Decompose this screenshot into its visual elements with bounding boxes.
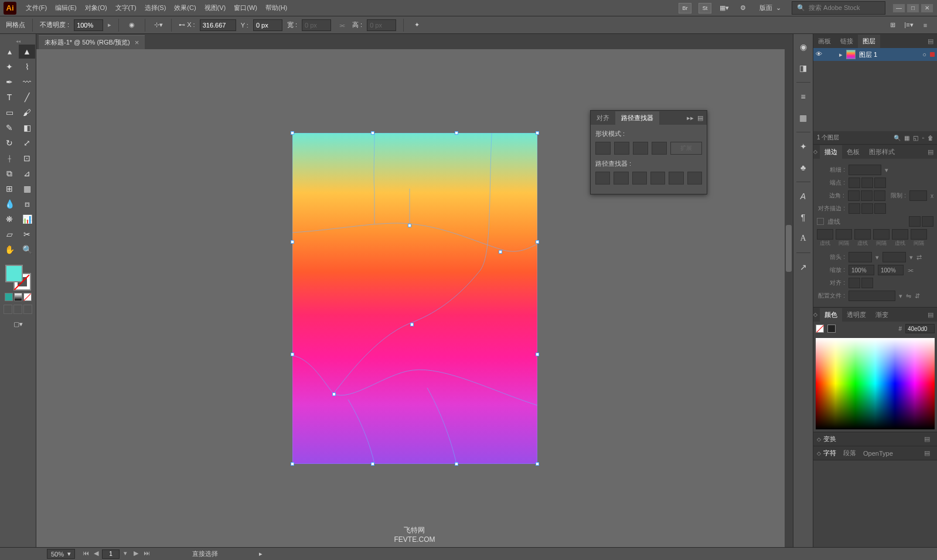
- next-page-button[interactable]: ▶: [131, 549, 141, 559]
- dash-input[interactable]: [854, 229, 871, 240]
- trim-button[interactable]: [614, 172, 628, 185]
- unite-button[interactable]: [595, 142, 611, 155]
- zoom-tool[interactable]: 🔍: [19, 243, 35, 257]
- toolbox-grip[interactable]: ◂◂: [0, 39, 36, 43]
- locate-icon[interactable]: 🔍: [894, 135, 901, 141]
- layer-row[interactable]: 👁 ▸ 图层 1 ○: [813, 48, 937, 61]
- dash-align-button[interactable]: [922, 216, 933, 227]
- menu-view[interactable]: 视图(V): [201, 1, 230, 15]
- page-input[interactable]: [102, 549, 120, 559]
- menu-type[interactable]: 文字(T): [112, 1, 140, 15]
- swatches-dock-icon[interactable]: ▦: [796, 111, 810, 125]
- artboard-tool[interactable]: ▱: [1, 227, 18, 241]
- pathfinder-panel[interactable]: 对齐 路径查找器 ▸▸▤ 形状模式 : 扩展 路径查找器 :: [590, 110, 707, 194]
- transform-panel-collapsed[interactable]: ◇ 变换 ▤: [813, 432, 937, 446]
- gradient-mode-btn[interactable]: [14, 293, 22, 301]
- prev-page-button[interactable]: ◀: [91, 549, 101, 559]
- merge-button[interactable]: [632, 172, 647, 185]
- shape-builder-tool[interactable]: ⧉: [1, 166, 18, 180]
- none-mode-btn[interactable]: [23, 293, 32, 301]
- close-tab-icon[interactable]: ×: [135, 38, 139, 47]
- workspace-switcher[interactable]: 版面 ⌄: [756, 4, 785, 12]
- options-icon[interactable]: ≡: [919, 19, 931, 31]
- flip-h-icon[interactable]: ⇋: [906, 292, 911, 300]
- swap-arrows-icon[interactable]: ⇄: [916, 254, 922, 261]
- selection-handle[interactable]: [499, 250, 502, 254]
- blend-tool[interactable]: ⧈: [19, 197, 35, 211]
- pen-tool[interactable]: ✒: [1, 75, 18, 89]
- corner-bevel-button[interactable]: [874, 190, 885, 201]
- draw-normal[interactable]: [4, 305, 12, 314]
- corner-round-button[interactable]: [861, 190, 873, 201]
- status-menu-icon[interactable]: ▸: [259, 550, 263, 558]
- exclude-button[interactable]: [652, 142, 667, 155]
- graph-tool[interactable]: 📊: [19, 212, 35, 226]
- symbols-dock-icon[interactable]: ♣: [796, 161, 810, 175]
- arrange-docs-icon[interactable]: ▦▾: [718, 2, 730, 14]
- collapse-icon[interactable]: ◇: [813, 312, 817, 317]
- lasso-tool[interactable]: ⌇: [19, 60, 35, 74]
- arrow-tip-button[interactable]: [849, 278, 860, 288]
- slice-tool[interactable]: ✂: [19, 227, 35, 241]
- dashed-checkbox[interactable]: [817, 218, 824, 225]
- weight-dropdown-icon[interactable]: ▾: [885, 166, 888, 174]
- menu-window[interactable]: 窗口(W): [230, 1, 261, 15]
- screen-mode-button[interactable]: ▢▾: [10, 317, 26, 330]
- draw-inside[interactable]: [23, 305, 32, 314]
- gradient-tool[interactable]: ▦: [19, 182, 35, 196]
- draw-behind[interactable]: [13, 305, 22, 314]
- stroke-dock-icon[interactable]: ≡: [796, 90, 810, 104]
- mini-fill-swatch[interactable]: [816, 325, 824, 333]
- selection-handle[interactable]: [536, 131, 539, 135]
- search-stock-input[interactable]: 🔍 搜索 Adobe Stock: [792, 1, 885, 15]
- align-icon[interactable]: |≡▾: [903, 19, 915, 31]
- pathfinder-tab[interactable]: 路径查找器: [615, 111, 659, 125]
- visibility-icon[interactable]: 👁: [816, 50, 824, 59]
- stroke-tab[interactable]: 描边: [820, 145, 842, 159]
- cap-butt-button[interactable]: [849, 177, 860, 188]
- brushes-dock-icon[interactable]: ✦: [796, 139, 810, 153]
- menu-file[interactable]: 文件(F): [22, 1, 50, 15]
- isolate-icon[interactable]: ✦: [411, 19, 422, 31]
- dash-input[interactable]: [892, 229, 908, 240]
- color-mode-btn[interactable]: [5, 293, 13, 301]
- artboards-tab[interactable]: 画板: [813, 35, 836, 48]
- width-tool[interactable]: ⟊: [1, 151, 18, 165]
- limit-input[interactable]: [909, 190, 927, 201]
- cap-round-button[interactable]: [861, 177, 873, 188]
- corner-miter-button[interactable]: [848, 190, 860, 201]
- last-page-button[interactable]: ⏭: [142, 549, 151, 559]
- rectangle-tool[interactable]: ▭: [1, 105, 18, 119]
- scale-tool[interactable]: ⤢: [19, 136, 35, 150]
- menu-edit[interactable]: 编辑(E): [52, 1, 80, 15]
- minimize-button[interactable]: —: [892, 4, 905, 13]
- cap-projecting-button[interactable]: [874, 177, 886, 188]
- paintbrush-tool[interactable]: 🖌: [19, 105, 35, 119]
- hand-tool[interactable]: ✋: [1, 243, 18, 257]
- selection-handle[interactable]: [410, 323, 414, 326]
- first-page-button[interactable]: ⏮: [81, 549, 90, 559]
- character-dock-icon[interactable]: A: [796, 189, 810, 203]
- perspective-tool[interactable]: ⊿: [19, 166, 35, 180]
- free-transform-tool[interactable]: ⊡: [19, 151, 35, 165]
- selection-handle[interactable]: [536, 353, 539, 356]
- artboard[interactable]: [292, 133, 537, 464]
- color-spectrum[interactable]: [816, 338, 935, 429]
- curvature-tool[interactable]: 〰: [19, 75, 35, 89]
- make-clip-icon[interactable]: ▦: [904, 135, 909, 141]
- type-tool[interactable]: T: [1, 90, 18, 104]
- rotate-tool[interactable]: ↻: [1, 136, 18, 150]
- minus-back-button[interactable]: [687, 172, 702, 185]
- stock-icon[interactable]: St: [699, 3, 711, 13]
- panel-menu-icon[interactable]: ▤: [924, 37, 937, 45]
- dash-preserve-button[interactable]: [909, 216, 921, 227]
- eyedropper-tool[interactable]: 💧: [1, 197, 18, 211]
- link-scale-icon[interactable]: ⫘: [907, 267, 914, 274]
- collapse-icon[interactable]: ▸▸: [687, 114, 694, 122]
- zoom-dropdown[interactable]: 50% ▾: [47, 549, 75, 559]
- align-center-button[interactable]: [849, 203, 860, 214]
- panel-menu-icon[interactable]: ▤: [924, 148, 937, 156]
- align-outside-button[interactable]: [874, 203, 886, 214]
- selection-handle[interactable]: [291, 131, 294, 135]
- gap-input[interactable]: [911, 229, 927, 240]
